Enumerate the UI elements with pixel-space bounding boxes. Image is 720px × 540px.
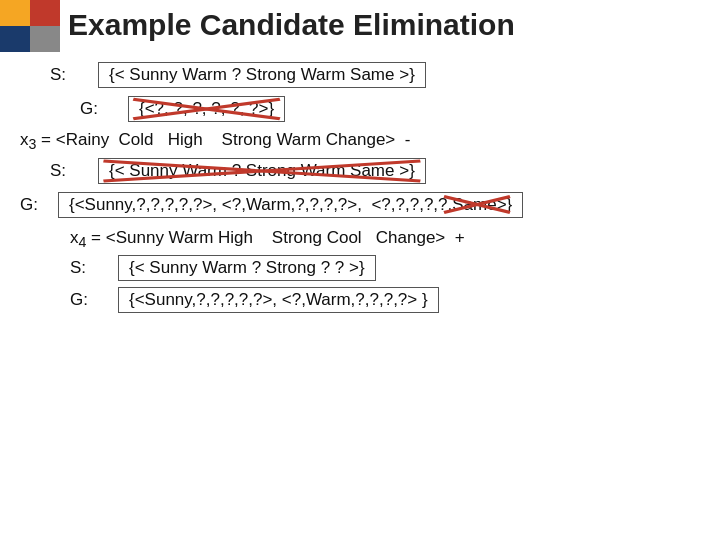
x3-sub: 3 — [29, 136, 37, 152]
s-row-3: S: {< Sunny Warm ? Strong ? ? >} — [70, 255, 700, 281]
s-box-1: {< Sunny Warm ? Strong Warm Same >} — [98, 62, 426, 88]
g-row-2: G: {<Sunny,?,?,?,?,?>, <?,Warm,?,?,?,?>,… — [20, 192, 700, 218]
s-box-2-container: {< Sunny Warm ? Strong Warm Same >} — [98, 158, 426, 184]
g-label-2: G: — [20, 195, 50, 215]
s-label-1: S: — [50, 65, 90, 85]
x3-row: x3 = <Rainy Cold High Strong Warm Change… — [20, 130, 700, 152]
logo-block-blue — [0, 26, 30, 52]
header-bar: Example Candidate Elimination — [0, 0, 720, 52]
g-box-2: {<Sunny,?,?,?,?,?>, <?,Warm,?,?,?,?>, <?… — [58, 192, 523, 218]
g-row-1: G: {<?, ?, ?, ?, ?, ?>} — [80, 96, 700, 122]
x4-sub: 4 — [79, 235, 87, 251]
g-box-2-last: ?,Same>} — [438, 195, 512, 214]
g-box-1-container: {<?, ?, ?, ?, ?, ?>} — [128, 96, 285, 122]
x4-text: x4 = <Sunny Warm High Strong Cool Change… — [70, 228, 465, 247]
g-box-2-last-text: Same>} — [452, 195, 512, 214]
g-box-1: {<?, ?, ?, ?, ?, ?>} — [128, 96, 285, 122]
logo-block-orange — [0, 0, 30, 26]
page-title: Example Candidate Elimination — [68, 8, 515, 42]
g-row-3: G: {<Sunny,?,?,?,?,?>, <?,Warm,?,?,?,?> … — [70, 287, 700, 313]
main-content: S: {< Sunny Warm ? Strong Warm Same >} G… — [0, 52, 720, 540]
g-label-3: G: — [70, 290, 110, 310]
g-box-3: {<Sunny,?,?,?,?,?>, <?,Warm,?,?,?,?> } — [118, 287, 439, 313]
s-box-2: {< Sunny Warm ? Strong Warm Same >} — [98, 158, 426, 184]
s-row-1: S: {< Sunny Warm ? Strong Warm Same >} — [50, 62, 700, 88]
s-label-3: S: — [70, 258, 110, 278]
logo-block-red — [30, 0, 60, 26]
x4-row: x4 = <Sunny Warm High Strong Cool Change… — [70, 228, 700, 250]
logo-blocks — [0, 0, 60, 52]
s-box-3: {< Sunny Warm ? Strong ? ? >} — [118, 255, 376, 281]
s-label-2: S: — [50, 161, 90, 181]
x3-text: x3 = <Rainy Cold High Strong Warm Change… — [20, 130, 410, 149]
x4-block: x4 = <Sunny Warm High Strong Cool Change… — [70, 228, 700, 312]
g-label-1: G: — [80, 99, 120, 119]
g-box-2-text: {<Sunny,?,?,?,?,?>, <?,Warm,?,?,?,?>, <?… — [69, 195, 438, 214]
s-row-2: S: {< Sunny Warm ? Strong Warm Same >} — [50, 158, 700, 184]
logo-block-gray — [30, 26, 60, 52]
